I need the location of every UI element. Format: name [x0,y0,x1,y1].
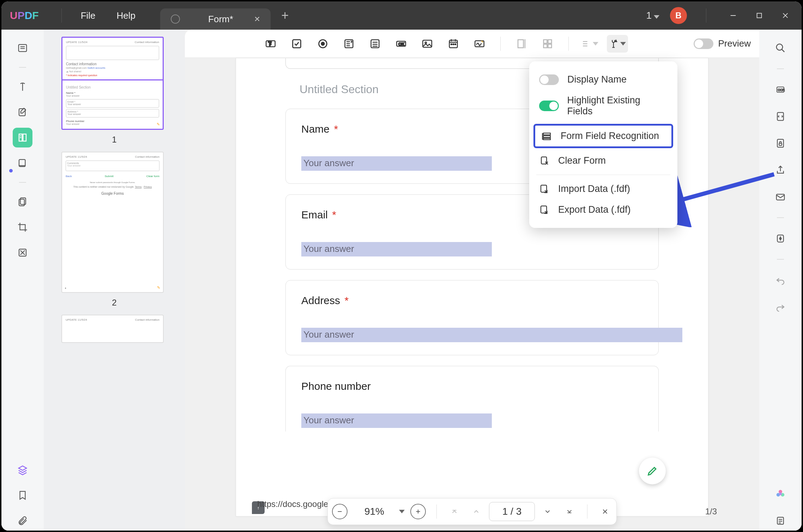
close-tab-icon[interactable]: × [254,13,260,25]
reader-mode-icon[interactable] [13,38,32,58]
redo-icon[interactable] [771,297,790,317]
app-logo: UPDF [10,10,39,22]
answer-field[interactable]: Your answer [301,242,492,256]
text-field-tool-icon[interactable]: T [262,35,279,53]
toggle-switch[interactable] [694,38,713,49]
new-tab-button[interactable]: + [281,8,289,23]
thumbnails-panel: UPDATE 11/5/24Contact information Contac… [44,30,185,531]
titlebar: UPDF File Help Form* × + 1 B [1,1,802,30]
zoom-value[interactable]: 91% [353,506,396,517]
close-strip-button[interactable] [596,502,614,521]
last-page-button[interactable] [560,502,579,521]
answer-field[interactable]: Your answer [301,413,492,428]
comment-tool-icon[interactable] [13,77,32,97]
export-icon [539,205,550,215]
thumbnail-item[interactable]: UPDATE 11/5/24Contact information Contac… [61,37,167,145]
svg-rect-60 [543,135,550,137]
form-tools-dropdown[interactable] [607,35,628,53]
distribute-tool-icon [539,35,556,53]
zoom-out-button[interactable] [332,504,348,519]
convert-icon[interactable] [771,107,790,126]
minimize-button[interactable] [725,8,741,23]
svg-rect-63 [541,157,547,164]
edit-tool-icon[interactable] [13,102,32,122]
menu-clear-form[interactable]: Clear Form [529,150,677,171]
page-number-input[interactable] [489,502,535,521]
image-field-tool-icon[interactable] [418,35,436,53]
svg-point-40 [453,44,454,45]
toggle-switch[interactable] [539,74,559,85]
compress-icon[interactable] [771,229,790,248]
question-card: Address * Your answer [285,280,659,355]
thumbnail-item[interactable]: UPDATE 11/5/24Contact information Commen… [61,152,167,308]
form-toolbar: T OK Preview [185,30,759,58]
svg-rect-46 [548,40,551,43]
svg-rect-48 [548,44,551,48]
crop-tool-icon[interactable] [13,217,32,237]
redact-tool-icon[interactable] [13,243,32,262]
first-page-button[interactable] [445,502,464,521]
ai-flower-icon[interactable] [771,484,790,504]
search-icon[interactable] [771,38,790,58]
divider [587,504,587,519]
divider [61,8,62,23]
email-icon[interactable] [771,187,790,207]
share-icon[interactable] [771,160,790,180]
question-label: Phone number [301,380,643,392]
answer-field[interactable]: Your answer [301,328,682,342]
organize-tool-icon[interactable] [13,153,32,173]
zoom-in-button[interactable] [410,504,426,519]
question-card: Phone number Your answer [285,366,659,431]
svg-text:OK: OK [398,42,405,46]
radio-tool-icon[interactable] [314,35,332,53]
zoom-dropdown-icon[interactable] [399,510,405,513]
document-tab[interactable]: Form* × [160,8,271,30]
align-tool-icon [513,35,530,53]
ocr-icon[interactable]: OCR [771,80,790,99]
maximize-button[interactable] [751,8,767,23]
separator [777,217,784,218]
next-page-button[interactable] [538,502,557,521]
signature-tool-icon[interactable] [471,35,488,53]
menu-highlight-fields[interactable]: Highlight Existing Fields [529,90,677,122]
answer-field[interactable]: Your answer [301,156,492,171]
preview-toggle[interactable]: Preview [694,38,751,49]
thumbnail-item[interactable]: UPDATE 11/5/24Contact information [61,315,167,343]
active-indicator-dot [9,169,13,173]
menu-help[interactable]: Help [117,10,135,21]
window-count[interactable]: 1 [646,10,659,21]
edit-fab[interactable] [639,458,666,484]
menu-form-field-recognition[interactable]: Form Field Recognition [533,124,673,148]
separator [777,68,784,69]
main-content: T OK Preview [185,30,759,531]
menu-display-name[interactable]: Display Name [529,69,677,90]
layers-icon[interactable] [13,460,32,480]
button-tool-icon[interactable]: OK [392,35,410,53]
form-tool-icon[interactable] [13,128,32,147]
svg-point-39 [451,44,452,45]
recognition-icon [542,131,552,141]
pages-tool-icon[interactable] [13,192,32,212]
close-window-button[interactable] [778,8,793,23]
toggle-switch[interactable] [539,101,559,111]
menu-file[interactable]: File [81,10,96,21]
user-avatar[interactable]: B [670,7,687,24]
protect-icon[interactable] [771,133,790,153]
svg-rect-43 [518,40,524,48]
attachment-icon[interactable] [13,511,32,531]
checkbox-tool-icon[interactable] [288,35,306,53]
svg-rect-9 [23,134,26,141]
listbox-tool-icon[interactable] [366,35,384,53]
bookmark-icon[interactable] [13,485,32,505]
dropdown-tool-icon[interactable] [340,35,358,53]
menu-import-data[interactable]: Import Data (.fdf) [529,179,677,199]
notes-icon[interactable] [771,511,790,531]
menu-separator [536,175,670,175]
page-counter: 1/3 [705,507,717,516]
menu-export-data[interactable]: Export Data (.fdf) [529,199,677,220]
separator [777,259,784,260]
svg-point-41 [455,44,456,45]
date-field-tool-icon[interactable] [445,35,462,53]
prev-page-button[interactable] [467,502,485,521]
undo-icon[interactable] [771,270,790,290]
